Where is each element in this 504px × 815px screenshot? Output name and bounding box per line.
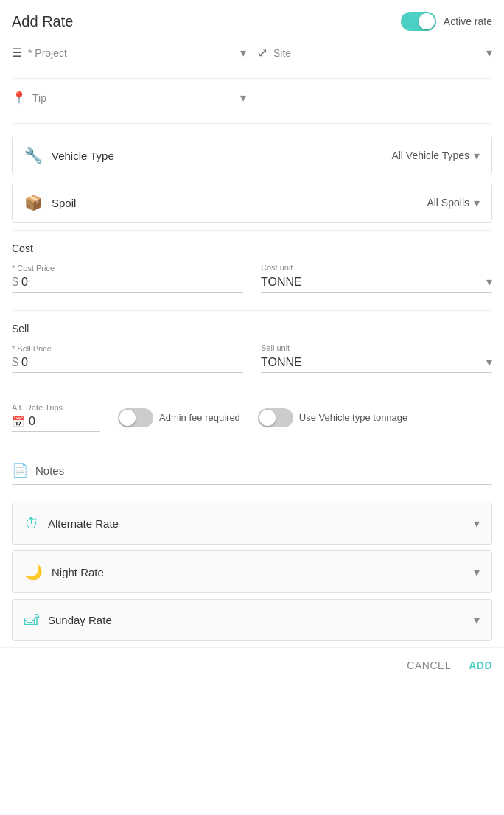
divider-5 (12, 391, 492, 391)
sunday-rate-chevron-icon: ▾ (474, 613, 480, 627)
alt-rate-row: Alt. Rate Trips 📅 Admin fee required Use… (12, 403, 492, 432)
tip-chevron-icon: ▾ (240, 91, 246, 105)
tip-icon: 📍 (12, 91, 27, 105)
sell-unit-label: Sell unit (261, 343, 492, 352)
active-rate-toggle[interactable] (401, 12, 436, 31)
divider-2 (12, 123, 492, 124)
admin-fee-label: Admin fee required (159, 412, 240, 423)
tip-field: 📍 Tip ▾ (12, 91, 246, 108)
calendar-icon: 📅 (12, 416, 24, 427)
cost-unit-label: Cost unit (261, 263, 492, 272)
alt-rate-label: Alt. Rate Trips (12, 403, 100, 412)
site-icon: ⤢ (258, 46, 267, 60)
active-rate-group: Active rate (401, 12, 492, 31)
sell-price-label: * Sell Price (12, 344, 243, 353)
night-rate-chevron-icon: ▾ (474, 565, 480, 579)
night-rate-section: 🌙 Night Rate ▾ (12, 550, 492, 593)
spoil-chevron-icon: ▾ (474, 196, 480, 210)
admin-fee-toggle-thumb (119, 410, 136, 426)
sell-unit-value: TONNE (261, 356, 486, 369)
toggle-track[interactable] (401, 12, 436, 31)
alternate-rate-section: ⏱ Alternate Rate ▾ (12, 503, 492, 545)
vehicle-tonnage-toggle-group: Use Vehicle type tonnage (258, 408, 407, 427)
sell-price-input-row: $ (12, 356, 243, 373)
tip-select[interactable]: 📍 Tip ▾ (12, 91, 246, 108)
cancel-button[interactable]: CANCEL (407, 660, 451, 671)
alternate-rate-title: Alternate Rate (48, 517, 474, 530)
vehicle-tonnage-toggle-thumb (259, 410, 276, 426)
notes-row[interactable]: 📄 Notes (12, 462, 492, 485)
vehicle-type-value: All Vehicle Types (391, 150, 469, 161)
cost-price-input-row: $ (12, 276, 243, 293)
sunday-rate-icon: 🛋 (24, 612, 39, 629)
vehicle-type-chevron-icon: ▾ (474, 149, 480, 163)
project-field: ☰ * Project ▾ (12, 46, 246, 63)
alt-rate-input[interactable] (29, 415, 88, 428)
tip-label: Tip (32, 92, 240, 104)
alt-rate-input-row: 📅 (12, 415, 100, 432)
sunday-rate-title: Sunday Rate (48, 614, 474, 626)
add-button[interactable]: ADD (469, 660, 492, 671)
sell-unit-select[interactable]: TONNE ▾ (261, 355, 492, 373)
box-icon: 📦 (24, 194, 43, 211)
admin-fee-toggle-group: Admin fee required (118, 408, 240, 427)
sunday-rate-header[interactable]: 🛋 Sunday Rate ▾ (13, 600, 491, 640)
cost-dollar-icon: $ (12, 276, 18, 289)
cost-unit-select[interactable]: TONNE ▾ (261, 275, 492, 293)
vehicle-type-selector[interactable]: 🔧 Vehicle Type All Vehicle Types ▾ (12, 136, 492, 175)
active-rate-label: Active rate (444, 15, 492, 27)
divider-1 (12, 78, 492, 79)
site-select[interactable]: ⤢ Site ▾ (258, 46, 492, 63)
site-field: ⤢ Site ▾ (258, 46, 492, 63)
wrench-icon: 🔧 (24, 147, 43, 164)
sell-price-input[interactable] (21, 356, 243, 369)
divider-4 (12, 310, 492, 311)
project-select[interactable]: ☰ * Project ▾ (12, 46, 246, 63)
accordion-container: ⏱ Alternate Rate ▾ 🌙 Night Rate ▾ 🛋 Sund… (12, 503, 492, 641)
spoil-value: All Spoils (427, 197, 469, 209)
divider-6 (12, 450, 492, 450)
list-icon: ☰ (12, 46, 22, 60)
site-chevron-icon: ▾ (486, 46, 492, 60)
cost-section-label: Cost (12, 242, 492, 254)
cost-unit-field: Cost unit TONNE ▾ (261, 263, 492, 293)
night-rate-icon: 🌙 (24, 563, 43, 581)
alternate-rate-icon: ⏱ (24, 515, 39, 532)
vehicle-tonnage-toggle[interactable] (258, 408, 293, 427)
page-header: Add Rate Active rate (12, 12, 492, 31)
night-rate-title: Night Rate (52, 566, 474, 578)
cost-price-label: * Cost Price (12, 264, 243, 273)
cost-price-input[interactable] (21, 276, 243, 289)
night-rate-header[interactable]: 🌙 Night Rate ▾ (13, 551, 491, 592)
sunday-rate-section: 🛋 Sunday Rate ▾ (12, 599, 492, 641)
vehicle-tonnage-label: Use Vehicle type tonnage (299, 412, 407, 423)
admin-fee-toggle-track[interactable] (118, 408, 153, 427)
project-label: * Project (28, 47, 240, 59)
sell-unit-field: Sell unit TONNE ▾ (261, 343, 492, 373)
vehicle-tonnage-toggle-track[interactable] (258, 408, 293, 427)
vehicle-type-label: Vehicle Type (52, 150, 391, 162)
sell-price-field: * Sell Price $ (12, 344, 243, 373)
cost-price-row: * Cost Price $ Cost unit TONNE ▾ (12, 263, 492, 293)
sell-price-row: * Sell Price $ Sell unit TONNE ▾ (12, 343, 492, 373)
toggle-thumb (419, 13, 435, 29)
footer: CANCEL ADD (0, 647, 504, 683)
sell-unit-chevron-icon: ▾ (486, 355, 492, 369)
sell-dollar-icon: $ (12, 356, 18, 369)
cost-unit-value: TONNE (261, 276, 486, 289)
site-label: Site (273, 47, 486, 59)
page-title: Add Rate (12, 13, 73, 30)
spoil-label: Spoil (52, 197, 427, 209)
alternate-rate-chevron-icon: ▾ (474, 517, 480, 531)
tip-row: 📍 Tip ▾ (12, 91, 492, 108)
alternate-rate-header[interactable]: ⏱ Alternate Rate ▾ (13, 503, 491, 544)
project-site-row: ☰ * Project ▾ ⤢ Site ▾ (12, 46, 492, 63)
spoil-selector[interactable]: 📦 Spoil All Spoils ▾ (12, 183, 492, 223)
notes-icon: 📄 (12, 462, 28, 478)
admin-fee-toggle[interactable] (118, 408, 153, 427)
cost-unit-chevron-icon: ▾ (486, 275, 492, 289)
alt-rate-field: Alt. Rate Trips 📅 (12, 403, 100, 432)
divider-3 (12, 230, 492, 231)
project-chevron-icon: ▾ (240, 46, 246, 60)
sell-section-label: Sell (12, 323, 492, 335)
